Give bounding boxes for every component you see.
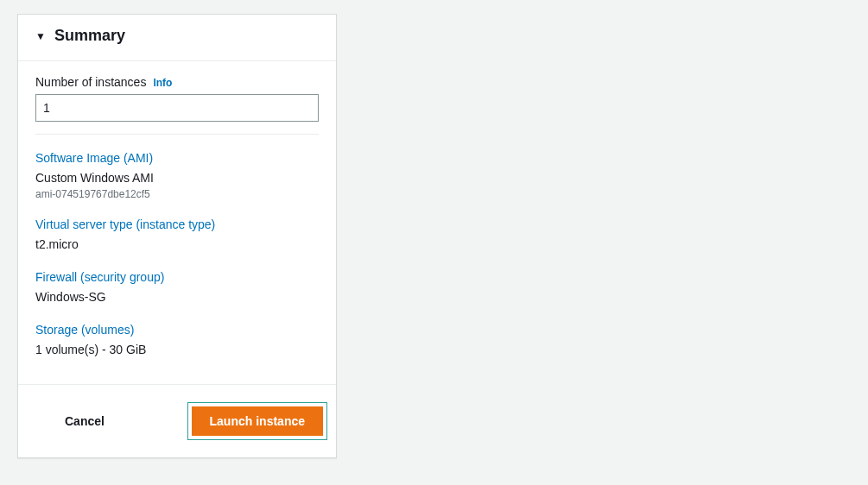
storage-link[interactable]: Storage (volumes) bbox=[35, 323, 134, 337]
summary-body: Number of instances Info Software Image … bbox=[18, 61, 336, 384]
ami-id: ami-074519767dbe12cf5 bbox=[35, 187, 319, 202]
num-instances-label-row: Number of instances Info bbox=[35, 75, 319, 89]
divider bbox=[35, 134, 319, 135]
ami-section: Software Image (AMI) Custom Windows AMI … bbox=[35, 150, 319, 201]
ami-link[interactable]: Software Image (AMI) bbox=[35, 151, 153, 165]
instance-type-section: Virtual server type (instance type) t2.m… bbox=[35, 217, 319, 254]
ami-name: Custom Windows AMI bbox=[35, 170, 319, 187]
security-group-section: Firewall (security group) Windows-SG bbox=[35, 269, 319, 306]
security-group-link[interactable]: Firewall (security group) bbox=[35, 270, 164, 284]
summary-header[interactable]: ▼ Summary bbox=[18, 15, 336, 61]
num-instances-label: Number of instances bbox=[35, 75, 146, 89]
storage-section: Storage (volumes) 1 volume(s) - 30 GiB bbox=[35, 322, 319, 359]
launch-instance-button[interactable]: Launch instance bbox=[192, 406, 323, 436]
security-group-value: Windows-SG bbox=[35, 289, 319, 306]
instance-type-value: t2.micro bbox=[35, 236, 319, 254]
info-link[interactable]: Info bbox=[153, 77, 172, 89]
cancel-button[interactable]: Cancel bbox=[48, 407, 122, 435]
summary-footer: Cancel Launch instance bbox=[18, 384, 336, 457]
summary-title: Summary bbox=[54, 27, 125, 45]
launch-focus-ring: Launch instance bbox=[187, 402, 327, 440]
num-instances-input[interactable] bbox=[35, 94, 319, 122]
storage-value: 1 volume(s) - 30 GiB bbox=[35, 342, 319, 359]
caret-down-icon: ▼ bbox=[35, 30, 46, 42]
summary-panel: ▼ Summary Number of instances Info Softw… bbox=[17, 14, 337, 458]
instance-type-link[interactable]: Virtual server type (instance type) bbox=[35, 217, 215, 231]
